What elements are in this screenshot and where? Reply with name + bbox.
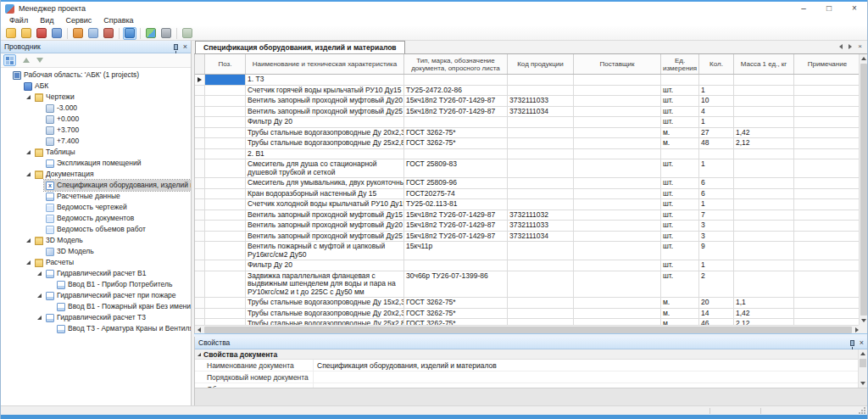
cell-mass[interactable]: 1,42 (734, 128, 794, 139)
cell-mass[interactable] (734, 189, 794, 200)
cell-name[interactable]: Вентиль запорный проходной муфтовый Ду20… (246, 221, 404, 232)
tree-item[interactable]: -3.000 (1, 103, 191, 114)
cell-code[interactable] (508, 178, 574, 189)
cell-code[interactable] (508, 117, 574, 128)
column-header-name[interactable]: Наименование и техническая характеристик… (246, 54, 404, 74)
tree-item[interactable]: Ввод В1 - Пожарный кран Без имени (1, 301, 191, 312)
tree-item[interactable]: 3D Модель (1, 246, 191, 257)
cell-name[interactable]: Трубы стальные водогазопроводные Ду 20х2… (246, 128, 404, 139)
cell-mass[interactable]: 1,42 (734, 309, 794, 320)
title-bar[interactable]: Менеджер проекта – □ × (1, 2, 867, 15)
cell-type[interactable]: 30ч66р ТУ26-07-1399-86 (404, 271, 508, 299)
cell-code[interactable] (508, 242, 574, 260)
cell-mass[interactable] (734, 271, 794, 299)
cell-name[interactable]: Трубы стальные водогазопроводные Ду 15х2… (246, 298, 404, 309)
scroll-left-icon[interactable] (195, 326, 203, 334)
cell-name[interactable]: Вентиль запорный проходной муфтовый Ду15… (246, 210, 404, 221)
table-row[interactable]: Фильтр Ду 20шт.1 (195, 260, 861, 271)
cell-unit[interactable] (661, 149, 699, 160)
cell-mass[interactable] (734, 210, 794, 221)
cell-unit[interactable]: шт. (661, 271, 699, 299)
cell-note[interactable] (794, 96, 861, 107)
cell-mass[interactable] (734, 96, 794, 107)
cell-mass[interactable]: 2,12 (734, 319, 794, 325)
cell-unit[interactable]: м. (661, 298, 699, 309)
table-row[interactable]: Счетчик горячей воды крыльчатый РУ10 Ду1… (195, 86, 861, 97)
cell-unit[interactable]: шт. (661, 210, 699, 221)
cell-code[interactable]: 3732111033 (508, 96, 574, 107)
cell-unit[interactable]: м. (661, 128, 699, 139)
cell-type[interactable]: 15кч18п2 ТУ26-07-1429-87 (404, 210, 508, 221)
tools-button[interactable] (159, 27, 173, 40)
cell-type[interactable]: ГОСТ20275-74 (404, 189, 508, 200)
tab-scroll-left-icon[interactable] (839, 44, 843, 49)
cell-pos[interactable] (205, 199, 246, 210)
cell-note[interactable] (794, 199, 861, 210)
cell-type[interactable]: ГОСТ 3262-75* (404, 298, 508, 309)
cell-pos[interactable] (205, 189, 246, 200)
new-project-button[interactable] (4, 27, 18, 40)
close-button[interactable]: × (842, 2, 867, 15)
tree-item[interactable]: Ведомость объемов работ (1, 224, 191, 235)
cell-pos[interactable] (205, 128, 246, 139)
expander-icon[interactable] (26, 238, 31, 243)
cell-code[interactable] (508, 271, 574, 299)
cell-pos[interactable] (205, 117, 246, 128)
cell-mass[interactable] (734, 149, 794, 160)
cell-pos[interactable] (205, 210, 246, 221)
scroll-up-icon[interactable] (859, 349, 867, 358)
properties-scroll-thumb[interactable] (860, 359, 866, 367)
cell-qty[interactable]: 14 (699, 309, 734, 320)
table-row[interactable]: Трубы стальные водогазопроводные Ду 15х2… (195, 298, 861, 309)
cell-type[interactable]: ГОСТ 3262-75* (404, 319, 508, 325)
cell-supplier[interactable] (574, 221, 661, 232)
cell-supplier[interactable] (574, 199, 661, 210)
cell-qty[interactable]: 48 (699, 138, 734, 149)
cell-qty[interactable]: 27 (699, 128, 734, 139)
tree-item[interactable]: Чертежи (1, 92, 191, 103)
table-row[interactable]: Трубы стальные водогазопроводные Ду 25х2… (195, 138, 861, 149)
cell-supplier[interactable] (574, 117, 661, 128)
column-header-mass[interactable]: Масса 1 ед., кг (734, 54, 794, 74)
horizontal-scroll-thumb[interactable] (204, 327, 852, 333)
cell-supplier[interactable] (574, 138, 661, 149)
collapse-icon[interactable] (198, 353, 201, 356)
tree-item[interactable]: Ведомость документов (1, 213, 191, 224)
cell-code[interactable] (508, 149, 574, 160)
tree-item[interactable]: +3.700 (1, 125, 191, 136)
cell-qty[interactable]: 1 (699, 199, 734, 210)
cell-note[interactable] (794, 107, 861, 118)
cell-pos[interactable] (205, 319, 246, 325)
cell-note[interactable] (794, 210, 861, 221)
cell-supplier[interactable] (574, 96, 661, 107)
cell-qty[interactable]: 1 (699, 159, 734, 178)
cell-qty[interactable]: 7 (699, 210, 734, 221)
table-row[interactable]: Фильтр Ду 20шт.1 (195, 117, 861, 128)
cell-pos[interactable] (205, 221, 246, 232)
cell-unit[interactable]: шт. (661, 86, 699, 97)
column-header-code[interactable]: Код продукции (508, 54, 574, 74)
tree-item[interactable]: Рабочая область: 'АБК' (1 projects) (1, 70, 191, 81)
cell-note[interactable] (794, 138, 861, 149)
cell-name[interactable]: Вентиль запорный проходной муфтовый Ду25… (246, 232, 404, 243)
cell-type[interactable]: ТУ25-2472.02-86 (404, 86, 508, 97)
cell-code[interactable]: 3732111034 (508, 107, 574, 118)
menu-item-service[interactable]: Сервис (59, 15, 97, 26)
close-panel-icon[interactable]: × (183, 43, 187, 51)
cell-qty[interactable]: 2 (699, 271, 734, 299)
cell-unit[interactable]: шт. (661, 260, 699, 271)
table-row[interactable]: Задвижка параллельная фланцевая с выдвиж… (195, 271, 861, 299)
cell-qty[interactable]: 1 (699, 260, 734, 271)
property-row[interactable]: Наименование документаСпецификация обору… (195, 360, 867, 372)
cell-code[interactable] (508, 189, 574, 200)
export-button[interactable] (71, 27, 85, 40)
cell-unit[interactable]: шт. (661, 242, 699, 260)
table-row[interactable]: Вентиль запорный проходной муфтовый Ду25… (195, 107, 861, 118)
form-settings-button[interactable] (86, 27, 100, 40)
tab-close-icon[interactable]: × (858, 43, 862, 50)
move-down-icon[interactable] (36, 58, 43, 63)
cell-code[interactable] (508, 128, 574, 139)
cell-qty[interactable]: 6 (699, 189, 734, 200)
cell-pos[interactable] (205, 159, 246, 178)
menu-item-view[interactable]: Вид (34, 15, 59, 26)
